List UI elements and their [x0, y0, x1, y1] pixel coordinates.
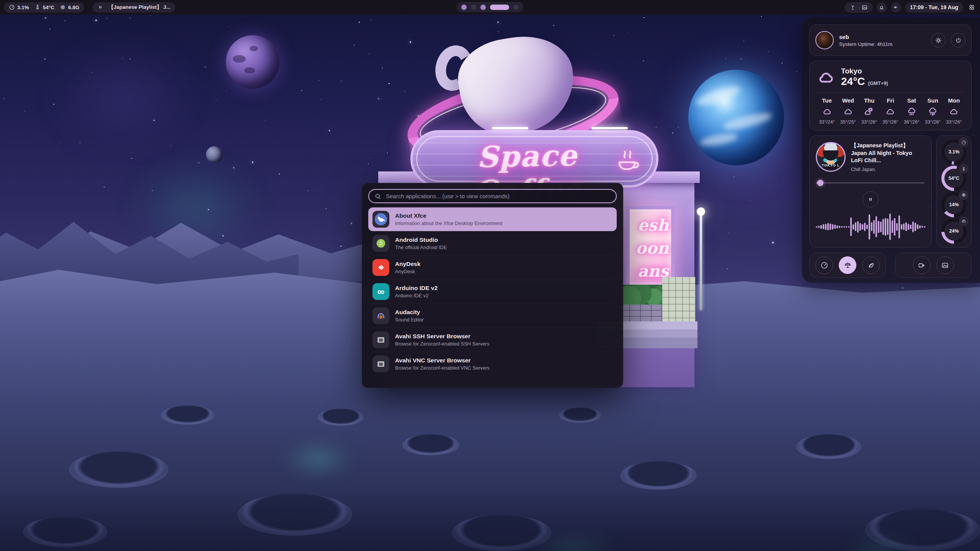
workspace-indicator[interactable]	[457, 2, 523, 12]
app-description: Browse for Zeroconf-enabled SSH Servers	[395, 341, 489, 347]
grid-icon	[969, 4, 975, 11]
gauge-disk: 24%	[941, 218, 967, 244]
app-description: Browse for Zeroconf-enabled VNC Servers	[395, 365, 490, 371]
network-port-icon	[372, 331, 389, 348]
forecast-temps: 35°/26°	[882, 119, 898, 125]
search-input[interactable]	[385, 192, 611, 200]
workspace-dot-2[interactable]	[471, 5, 476, 10]
screen-record-button[interactable]	[913, 256, 931, 274]
workspace-dot-4[interactable]	[490, 5, 509, 10]
search-icon	[374, 193, 381, 200]
volume-button[interactable]	[891, 2, 901, 13]
forecast-day-tue: Tue33°/24°	[817, 97, 836, 125]
screen-record-icon	[918, 261, 926, 269]
workspace-dot-5[interactable]	[513, 5, 519, 10]
wallpaper-icon	[941, 261, 949, 269]
visualizer-bar	[827, 223, 829, 230]
pause-icon	[867, 196, 874, 202]
stat-thermometer: 54°C	[34, 4, 54, 10]
now-playing-pill[interactable]: 【Japanese Playlist】 J...	[93, 2, 175, 13]
crater	[796, 434, 861, 459]
stat-value: 3.1%	[17, 5, 29, 10]
profile-scales-button[interactable]	[839, 256, 856, 274]
visualizer-bar	[896, 223, 898, 231]
pause-button[interactable]	[862, 191, 879, 207]
audio-visualizer	[816, 210, 925, 243]
forecast-day-fri: Fri35°/26°	[881, 97, 900, 125]
settings-button[interactable]	[931, 33, 946, 47]
visualizer-bar	[855, 222, 856, 231]
street-lamp	[700, 214, 702, 310]
app-item-text: Avahi VNC Server BrowserBrowse for Zeroc…	[395, 357, 490, 371]
workspace-dot-3[interactable]	[480, 5, 486, 10]
progress-thumb[interactable]	[817, 180, 823, 186]
wallpaper-button[interactable]	[936, 256, 954, 274]
gauge-badge	[959, 191, 968, 200]
visualizer-bar	[875, 216, 877, 237]
notifications-button[interactable]	[877, 2, 887, 13]
device-icon	[849, 4, 856, 11]
app-description: Arduino IDE v2	[395, 293, 438, 298]
visualizer-bar	[843, 226, 845, 228]
divider	[817, 92, 964, 93]
clock-pill[interactable]: 17:09 - Tue, 19 Aug	[905, 2, 963, 13]
system-stats-pill[interactable]: 3.1%54°C6.8G	[4, 2, 84, 13]
anydesk-icon	[372, 259, 389, 276]
weather-city: Tokyo	[841, 67, 888, 75]
app-item-2[interactable]: Android StudioThe official Android IDE	[368, 231, 617, 255]
xfce-mouse-icon	[372, 211, 389, 228]
forecast-day-label: Fri	[887, 97, 894, 104]
app-item-5[interactable]: AudacitySound Editor	[368, 303, 617, 328]
apps-grid-button[interactable]	[967, 3, 976, 12]
app-item-7[interactable]: Avahi VNC Server BrowserBrowse for Zeroc…	[368, 352, 617, 376]
stat-value: 6.8G	[68, 5, 79, 10]
bell-icon	[879, 4, 885, 10]
visualizer-bar	[853, 224, 854, 230]
sign-light-tube	[492, 127, 528, 129]
app-launcher: About XfceInformation about the Xfce Des…	[362, 183, 623, 388]
visualizer-bar	[882, 219, 884, 235]
scales-icon	[844, 261, 852, 269]
system-gauges: 3.1%54°C14%24%	[936, 135, 972, 248]
cloud-icon	[843, 106, 853, 117]
crater	[318, 409, 364, 426]
forecast-temps: 33°/26°	[946, 119, 962, 125]
visualizer-bar	[818, 226, 820, 228]
app-description: Information about the Xfce Desktop Envir…	[395, 220, 502, 226]
app-item-4[interactable]: ∞Arduino IDE v2Arduino IDE v2	[368, 279, 617, 303]
visualizer-bar	[887, 218, 889, 235]
disk-icon	[961, 219, 966, 224]
app-item-1[interactable]: About XfceInformation about the Xfce Des…	[368, 207, 617, 231]
forecast-day-thu: Thu33°/26°	[860, 97, 879, 125]
app-item-text: About XfceInformation about the Xfce Des…	[395, 212, 502, 226]
app-item-text: Avahi SSH Server BrowserBrowse for Zeroc…	[395, 333, 489, 347]
album-art-text: TOKYO L	[817, 163, 844, 167]
cloud-icon	[822, 106, 832, 117]
chip-icon	[60, 4, 66, 10]
visualizer-bar	[919, 225, 921, 228]
launcher-search[interactable]	[368, 189, 617, 203]
weather-forecast: Tue33°/24°Wed35°/25°Thu33°/26°Fri35°/26°…	[817, 97, 964, 125]
visualizer-bar	[889, 214, 891, 240]
visualizer-bar	[816, 226, 817, 228]
visualizer-bar	[862, 224, 863, 230]
visualizer-bar	[873, 220, 875, 234]
app-name: About Xfce	[395, 212, 502, 219]
power-button[interactable]	[951, 33, 965, 47]
forecast-day-wed: Wed35°/25°	[838, 97, 858, 125]
profile-speedometer-button[interactable]	[815, 256, 833, 274]
speedometer-icon	[961, 140, 966, 145]
visualizer-bar	[885, 218, 886, 236]
media-player-card: TOKYO L 【Japanese Playlist】 Japan All Ni…	[809, 135, 932, 248]
system-tray-pill[interactable]	[844, 2, 873, 13]
workspace-dot-1[interactable]	[461, 5, 467, 10]
audacity-icon	[372, 307, 389, 324]
app-item-6[interactable]: Avahi SSH Server BrowserBrowse for Zeroc…	[368, 328, 617, 352]
weather-card: Tokyo 24°C (GMT+9) Tue33°/24°Wed35°/25°T…	[809, 61, 972, 130]
weather-temperature: 24°C	[841, 75, 865, 88]
network-port-icon	[372, 355, 389, 372]
progress-slider[interactable]	[817, 180, 924, 186]
profile-leaf-button[interactable]	[862, 256, 880, 274]
app-name: Arduino IDE v2	[395, 285, 438, 292]
app-item-3[interactable]: AnyDeskAnyDesk	[368, 255, 617, 279]
